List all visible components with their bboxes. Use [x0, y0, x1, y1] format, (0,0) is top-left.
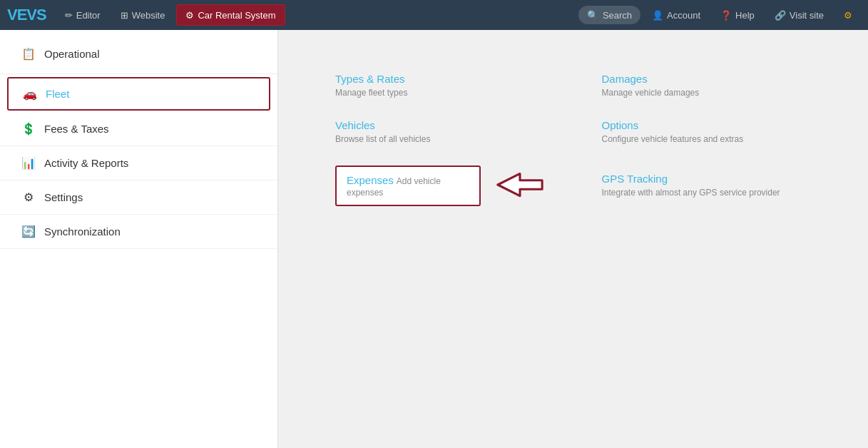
fleet-label: Fleet [46, 88, 69, 100]
settings-sidebar-icon: ⚙ [21, 190, 36, 204]
car-rental-label: Car Rental System [198, 10, 275, 21]
types-rates-desc: Manage fleet types [335, 88, 545, 98]
help-nav-item[interactable]: ❓ Help [712, 4, 763, 26]
fees-taxes-label: Fees & Taxes [44, 123, 109, 135]
main-layout: 📋 Operational 🚗 Fleet 💲 Fees & Taxes 📊 A… [0, 30, 868, 448]
website-nav-item[interactable]: ⊞ Website [112, 4, 174, 26]
fleet-menu-grid: Types & Rates Manage fleet types Damages… [335, 73, 811, 206]
car-icon: 🚗 [23, 87, 37, 101]
account-label: Account [667, 10, 700, 21]
logo-text1: VEV [7, 6, 36, 24]
main-content: Types & Rates Manage fleet types Damages… [278, 30, 868, 448]
settings-icon: ⚙ [844, 10, 852, 21]
options-desc: Configure vehicle features and extras [602, 134, 812, 144]
vehicles-link[interactable]: Vehicles [335, 119, 545, 131]
sidebar-item-fees-taxes[interactable]: 💲 Fees & Taxes [0, 112, 277, 146]
visit-site-nav-item[interactable]: 🔗 Visit site [766, 4, 832, 26]
search-icon: 🔍 [587, 10, 598, 21]
sidebar-item-activity-reports[interactable]: 📊 Activity & Reports [0, 146, 277, 180]
sidebar-item-fleet[interactable]: 🚗 Fleet [7, 77, 270, 111]
book-icon: 📋 [21, 47, 36, 61]
types-rates-section: Types & Rates Manage fleet types [335, 73, 545, 98]
help-icon: ❓ [720, 10, 732, 21]
search-label: Search [603, 10, 632, 21]
expenses-section: Expenses Add vehicle expenses [335, 166, 481, 206]
arrow-indicator [495, 169, 545, 203]
gps-section: GPS Tracking Integrate with almost any G… [602, 173, 812, 206]
damages-section: Damages Manage vehicle damages [602, 73, 812, 98]
external-link-icon: 🔗 [775, 10, 786, 21]
editor-nav-item[interactable]: ✏ Editor [56, 4, 109, 26]
vehicles-desc: Browse list of all vehicles [335, 134, 545, 144]
logo-text2: S [36, 6, 46, 24]
settings-label: Settings [44, 191, 83, 203]
sync-icon: 🔄 [21, 225, 36, 238]
sidebar-item-synchronization[interactable]: 🔄 Synchronization [0, 215, 277, 249]
synchronization-label: Synchronization [44, 225, 121, 238]
editor-label: Editor [76, 10, 101, 21]
left-arrow-icon [495, 169, 545, 200]
account-nav-item[interactable]: 👤 Account [643, 4, 709, 26]
options-section: Options Configure vehicle features and e… [602, 119, 812, 144]
website-label: Website [132, 10, 165, 21]
expenses-link[interactable]: Expenses [347, 174, 394, 186]
damages-link[interactable]: Damages [602, 73, 812, 85]
options-link[interactable]: Options [602, 119, 812, 131]
vehicles-section: Vehicles Browse list of all vehicles [335, 119, 545, 144]
logo[interactable]: VEVS [7, 6, 46, 24]
types-rates-link[interactable]: Types & Rates [335, 73, 545, 85]
damages-desc: Manage vehicle damages [602, 88, 812, 98]
gear-icon: ⚙ [185, 10, 194, 21]
visit-site-label: Visit site [790, 10, 824, 21]
activity-reports-label: Activity & Reports [44, 157, 128, 169]
pencil-icon: ✏ [65, 10, 73, 21]
gps-desc: Integrate with almost any GPS service pr… [602, 188, 812, 198]
svg-marker-0 [497, 173, 541, 195]
chart-icon: 📊 [21, 156, 36, 170]
gps-link[interactable]: GPS Tracking [602, 173, 812, 185]
search-button[interactable]: 🔍 Search [578, 6, 640, 24]
top-navigation: VEVS ✏ Editor ⊞ Website ⚙ Car Rental Sys… [0, 0, 868, 30]
sidebar: 📋 Operational 🚗 Fleet 💲 Fees & Taxes 📊 A… [0, 30, 278, 448]
help-label: Help [735, 10, 755, 21]
fees-icon: 💲 [21, 122, 36, 136]
user-icon: 👤 [652, 10, 663, 21]
expenses-wrapper: Expenses Add vehicle expenses [335, 166, 545, 206]
sidebar-item-operational[interactable]: 📋 Operational [0, 37, 277, 74]
grid-icon: ⊞ [121, 10, 128, 21]
sidebar-item-settings[interactable]: ⚙ Settings [0, 180, 277, 215]
settings-gear-nav-item[interactable]: ⚙ [835, 4, 861, 26]
nav-right-section: 🔍 Search 👤 Account ❓ Help 🔗 Visit site ⚙ [578, 4, 861, 26]
car-rental-nav-item[interactable]: ⚙ Car Rental System [176, 4, 285, 26]
operational-label: Operational [44, 48, 100, 60]
